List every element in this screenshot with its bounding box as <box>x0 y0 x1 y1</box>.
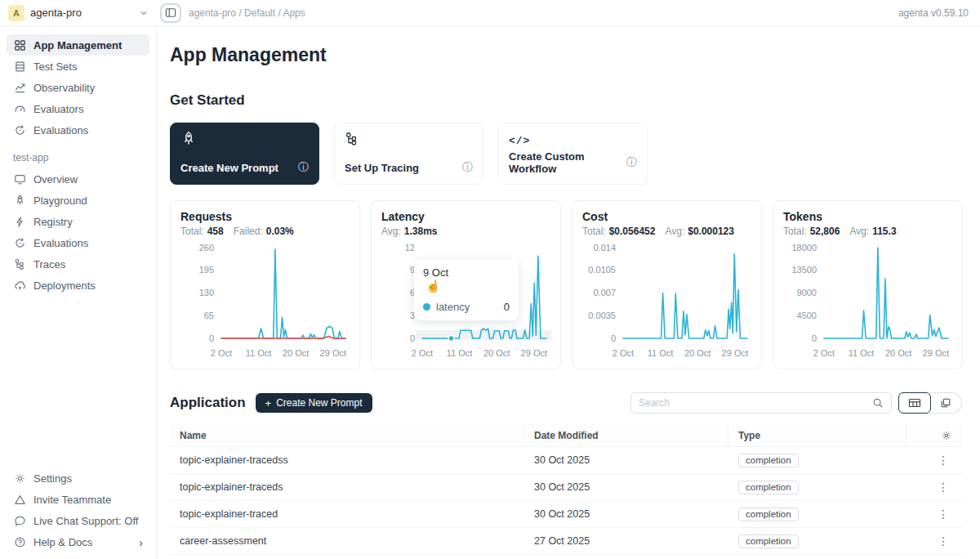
svg-text:11 Oct: 11 Oct <box>447 348 473 358</box>
view-toggle <box>898 392 962 414</box>
search-input[interactable] <box>639 397 867 409</box>
latency-card: Latency Avg:1.38ms 1296302 Oct11 Oct20 O… <box>371 200 561 369</box>
create-new-prompt-card[interactable]: Create New Prompt ⓘ <box>170 123 319 185</box>
svg-text:0: 0 <box>209 333 214 343</box>
chevron-right-icon: › <box>139 536 143 548</box>
sidebar-item-registry[interactable]: Registry <box>7 211 149 232</box>
app-name[interactable]: career-assessment <box>170 528 524 554</box>
refresh-icon <box>13 123 26 136</box>
sidebar-item-observability[interactable]: Observability <box>7 77 149 98</box>
sidebar-item-settings[interactable]: Settings › <box>7 467 149 489</box>
metrics-cards: Requests Total:458 Failed:0.03% 26019513… <box>170 200 962 369</box>
gear-icon <box>13 472 26 485</box>
hand-cursor-icon: ☝ <box>425 279 441 293</box>
kebab-menu-icon[interactable]: ⋮ <box>934 481 952 494</box>
application-heading: Application <box>170 395 246 411</box>
type-badge: completion <box>738 534 799 548</box>
page-title: App Management <box>170 44 962 66</box>
sidebar-item-overview[interactable]: Overview <box>7 168 149 190</box>
tooltip-series: latency <box>436 301 470 313</box>
kebab-menu-icon[interactable]: ⋮ <box>934 534 952 548</box>
app-name[interactable]: topic-explainer-traceds <box>170 474 524 500</box>
chart-icon <box>13 81 26 94</box>
card-label: Set Up Tracing <box>345 162 419 174</box>
app-name[interactable]: topic-explainer-traced <box>170 501 524 527</box>
sidebar-item-evaluators[interactable]: Evaluators <box>7 98 149 119</box>
create-custom-workflow-card[interactable]: </> Create Custom Workflow ⓘ <box>498 123 648 185</box>
column-settings-icon[interactable] <box>941 430 952 441</box>
search-box[interactable] <box>630 392 892 414</box>
table-row: topic-explainer-traceds 30 Oct 2025 comp… <box>170 474 962 501</box>
sidebar-item-invite-teammate[interactable]: Invite Teammate › <box>7 489 149 510</box>
breadcrumb[interactable]: agenta-pro / Default / Apps <box>189 7 305 19</box>
app-version: agenta v0.59.10 <box>898 7 980 19</box>
type-badge: completion <box>738 508 799 521</box>
create-new-prompt-button[interactable]: + Create New Prompt <box>256 393 372 413</box>
svg-text:2 Oct: 2 Oct <box>813 348 835 358</box>
table-view-button[interactable] <box>898 392 931 414</box>
sidebar-item-playground[interactable]: Playground <box>7 190 149 211</box>
card-label: Create New Prompt <box>180 162 278 174</box>
rocket-icon <box>13 194 26 207</box>
sidebar-toggle-button[interactable] <box>160 3 181 23</box>
chart-tooltip: 9 Oct ☝ latency 0 <box>414 260 519 320</box>
svg-text:29 Oct: 29 Oct <box>923 348 949 358</box>
sidebar-item-evaluations[interactable]: Evaluations <box>7 119 149 141</box>
svg-text:65: 65 <box>204 311 214 320</box>
svg-text:13500: 13500 <box>791 265 817 275</box>
get-started-heading: Get Started <box>170 92 962 109</box>
card-view-button[interactable] <box>929 392 962 414</box>
top-bar: A agenta-pro agenta-pro / Default / Apps… <box>0 0 980 26</box>
svg-text:260: 260 <box>199 243 214 253</box>
kebab-menu-icon[interactable]: ⋮ <box>934 508 952 521</box>
search-icon[interactable] <box>872 397 884 409</box>
sidebar-item-traces[interactable]: Traces <box>7 253 149 275</box>
kebab-menu-icon[interactable]: ⋮ <box>934 454 952 467</box>
column-header-type[interactable]: Type <box>728 424 906 446</box>
workspace-name: agenta-pro <box>30 7 82 19</box>
sidebar-item-live-chat-support-off[interactable]: Live Chat Support: Off › <box>7 510 149 531</box>
cost-card: Cost Total:$0.056452 Avg:$0.000123 0.014… <box>572 200 762 369</box>
app-name[interactable]: topic-explainer-tracedss <box>170 447 524 473</box>
gauge-icon <box>13 102 26 115</box>
sidebar-item-app-management[interactable]: App Management <box>7 34 149 56</box>
info-icon[interactable]: ⓘ <box>626 155 637 170</box>
sidebar-item-deployments[interactable]: Deployments <box>7 275 149 296</box>
sidebar-item-test-sets[interactable]: Test Sets <box>7 56 149 77</box>
requests-card: Requests Total:458 Failed:0.03% 26019513… <box>170 200 360 369</box>
svg-text:0.014: 0.014 <box>593 243 616 253</box>
plus-icon: + <box>265 397 272 409</box>
chat-icon <box>13 514 26 527</box>
bolt-icon <box>13 215 26 228</box>
svg-text:2 Oct: 2 Oct <box>211 348 232 358</box>
info-icon[interactable]: ⓘ <box>462 160 473 175</box>
app-date-modified: 27 Oct 2025 <box>524 528 728 554</box>
sidebar: App Management Test Sets Observability E… <box>0 26 157 559</box>
app-date-modified: 30 Oct 2025 <box>524 501 728 527</box>
cost-chart: 0.0140.01050.0070.003502 Oct11 Oct20 Oct… <box>582 242 753 366</box>
app-date-modified: 30 Oct 2025 <box>524 447 728 473</box>
sidebar-item-evaluations[interactable]: Evaluations <box>7 232 149 253</box>
svg-text:0: 0 <box>611 333 616 343</box>
svg-text:130: 130 <box>199 288 214 297</box>
column-header-date[interactable]: Date Modified <box>524 424 728 446</box>
svg-text:0: 0 <box>410 333 415 343</box>
triangle-icon <box>13 493 26 506</box>
workspace-avatar: A <box>8 5 24 21</box>
info-icon[interactable]: ⓘ <box>298 160 309 175</box>
requests-chart: 2601951306502 Oct11 Oct20 Oct29 Oct <box>180 242 351 366</box>
help-icon <box>13 535 26 548</box>
svg-text:12: 12 <box>405 243 415 253</box>
svg-text:0: 0 <box>812 333 817 343</box>
card-label: Create Custom Workflow <box>509 150 626 175</box>
rocket-icon <box>180 131 197 150</box>
sidebar-item-help-docs[interactable]: Help & Docs › <box>7 531 149 552</box>
table-header: Name Date Modified Type <box>170 424 962 447</box>
table-row: career-assessment 27 Oct 2025 completion… <box>170 528 962 555</box>
workspace-selector[interactable]: A agenta-pro <box>0 5 157 21</box>
set-up-tracing-card[interactable]: Set Up Tracing ⓘ <box>334 123 483 185</box>
grid-icon <box>13 38 26 51</box>
svg-text:2 Oct: 2 Oct <box>412 348 433 358</box>
tooltip-value: 0 <box>504 301 510 313</box>
column-header-name[interactable]: Name <box>170 424 524 446</box>
